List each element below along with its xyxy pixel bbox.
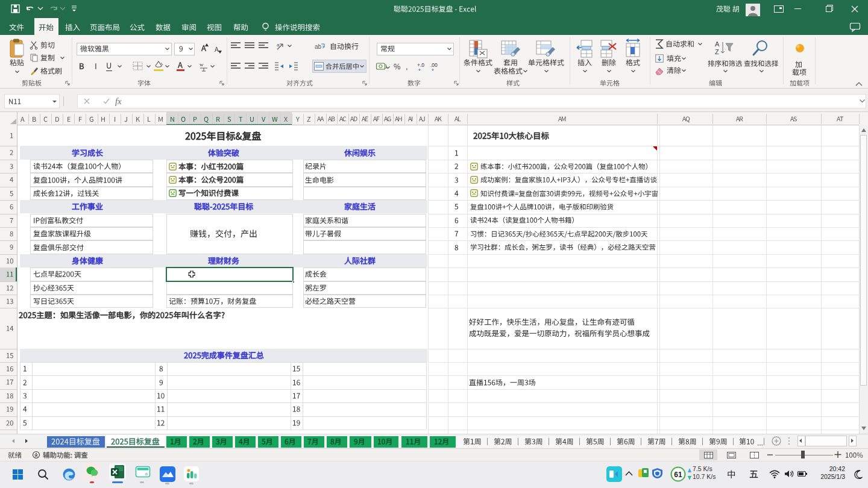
svg-text:ab: ab	[315, 43, 322, 50]
svg-text:a: a	[277, 42, 280, 48]
svg-text:2025/1/3: 2025/1/3	[820, 473, 845, 480]
svg-text:7.5 K/s: 7.5 K/s	[693, 465, 712, 472]
svg-text:fx: fx	[115, 96, 122, 106]
svg-text:A: A	[715, 40, 720, 48]
svg-text:Z: Z	[715, 48, 719, 55]
svg-text:61: 61	[674, 471, 682, 479]
svg-text:10.7 K/s: 10.7 K/s	[693, 473, 716, 480]
svg-text:+.0: +.0	[417, 62, 424, 68]
svg-text:w: w	[200, 61, 204, 67]
svg-text:,: ,	[406, 62, 408, 71]
svg-text:20:42: 20:42	[829, 465, 845, 472]
svg-text:.00: .00	[430, 62, 438, 68]
